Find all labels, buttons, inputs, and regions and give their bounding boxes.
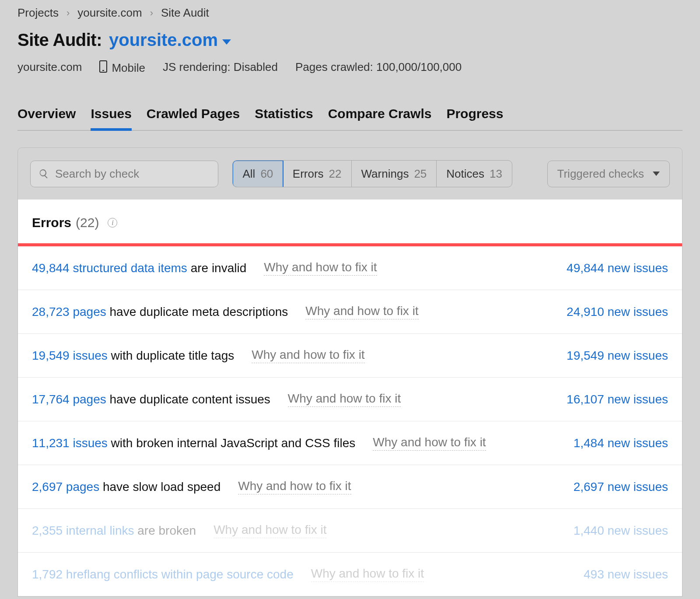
filter-all[interactable]: All 60 bbox=[232, 160, 284, 187]
issue-text: with duplicate title tags bbox=[108, 349, 234, 362]
issue-text: are invalid bbox=[187, 261, 246, 275]
new-issues-link[interactable]: 2,697 new issues bbox=[574, 480, 668, 494]
why-and-how-to-fix[interactable]: Why and how to fix it bbox=[238, 479, 351, 494]
meta-js-rendering: JS rendering: Disabled bbox=[163, 60, 278, 74]
section-title: Errors bbox=[32, 215, 71, 230]
issue-count-link[interactable]: 1,792 hreflang conflicts within page sou… bbox=[32, 567, 294, 581]
meta-line: yoursite.com Mobile JS rendering: Disabl… bbox=[18, 60, 682, 75]
tab-overview[interactable]: Overview bbox=[18, 106, 76, 130]
section-count: (22) bbox=[76, 215, 99, 230]
triggered-checks-dropdown[interactable]: Triggered checks bbox=[547, 161, 670, 187]
issue-row[interactable]: 28,723 pages have duplicate meta descrip… bbox=[18, 290, 682, 334]
filter-errors[interactable]: Errors 22 bbox=[283, 161, 352, 187]
site-selector[interactable]: yoursite.com bbox=[109, 30, 231, 50]
issue-row[interactable]: 11,231 issues with broken internal JavaS… bbox=[18, 421, 682, 465]
mobile-icon bbox=[99, 60, 107, 73]
meta-pages-crawled: Pages crawled: 100,000/100,000 bbox=[295, 60, 462, 74]
issue-text: have duplicate content issues bbox=[106, 392, 270, 406]
issue-text: have slow load speed bbox=[99, 480, 220, 494]
new-issues-link[interactable]: 49,844 new issues bbox=[567, 261, 668, 275]
issue-count-link[interactable]: 2,355 internal links bbox=[32, 524, 134, 537]
issue-text: have duplicate meta descriptions bbox=[106, 305, 288, 319]
tab-progress[interactable]: Progress bbox=[446, 106, 503, 130]
issue-row[interactable]: 49,844 structured data items are invalid… bbox=[18, 246, 682, 290]
issue-row[interactable]: 2,355 internal links are brokenWhy and h… bbox=[18, 509, 682, 553]
why-and-how-to-fix[interactable]: Why and how to fix it bbox=[305, 304, 418, 319]
breadcrumb-current: Site Audit bbox=[161, 6, 209, 20]
filter-warnings[interactable]: Warnings 25 bbox=[352, 161, 437, 187]
chevron-right-icon: › bbox=[150, 7, 153, 19]
errors-section: Errors (22) i 49,844 structured data ite… bbox=[18, 200, 682, 596]
issue-row[interactable]: 2,697 pages have slow load speedWhy and … bbox=[18, 465, 682, 509]
new-issues-link[interactable]: 1,440 new issues bbox=[574, 524, 668, 538]
why-and-how-to-fix[interactable]: Why and how to fix it bbox=[373, 435, 486, 451]
meta-device: Mobile bbox=[99, 60, 145, 75]
meta-domain: yoursite.com bbox=[18, 60, 82, 74]
issue-count-link[interactable]: 19,549 issues bbox=[32, 349, 108, 362]
issue-row[interactable]: 17,764 pages have duplicate content issu… bbox=[18, 378, 682, 421]
filter-notices[interactable]: Notices 13 bbox=[437, 161, 512, 187]
info-icon[interactable]: i bbox=[108, 218, 117, 228]
why-and-how-to-fix[interactable]: Why and how to fix it bbox=[264, 260, 377, 276]
tab-issues[interactable]: Issues bbox=[91, 106, 131, 130]
issue-count-link[interactable]: 17,764 pages bbox=[32, 392, 106, 406]
why-and-how-to-fix[interactable]: Why and how to fix it bbox=[311, 567, 424, 582]
issue-text: are broken bbox=[134, 524, 196, 537]
chevron-right-icon: › bbox=[66, 7, 70, 19]
page-title: Site Audit: bbox=[18, 30, 102, 50]
search-placeholder: Search by check bbox=[55, 167, 139, 181]
new-issues-link[interactable]: 24,910 new issues bbox=[567, 305, 668, 319]
breadcrumb-site[interactable]: yoursite.com bbox=[77, 6, 142, 20]
issue-count-link[interactable]: 2,697 pages bbox=[32, 480, 99, 494]
breadcrumb: Projects › yoursite.com › Site Audit bbox=[18, 0, 682, 20]
issue-count-link[interactable]: 49,844 structured data items bbox=[32, 261, 187, 275]
breadcrumb-projects[interactable]: Projects bbox=[18, 6, 59, 20]
search-icon bbox=[38, 168, 49, 179]
filter-segmented: All 60 Errors 22 Warnings 25 Notices 13 bbox=[232, 160, 512, 187]
tabs: Overview Issues Crawled Pages Statistics… bbox=[18, 106, 682, 131]
tab-statistics[interactable]: Statistics bbox=[255, 106, 313, 130]
chevron-down-icon bbox=[222, 39, 231, 45]
chevron-down-icon bbox=[653, 172, 660, 176]
issue-count-link[interactable]: 11,231 issues bbox=[32, 436, 108, 450]
issues-panel: Search by check All 60 Errors 22 Warning… bbox=[18, 147, 682, 597]
issue-row[interactable]: 19,549 issues with duplicate title tagsW… bbox=[18, 334, 682, 378]
new-issues-link[interactable]: 19,549 new issues bbox=[567, 349, 668, 363]
why-and-how-to-fix[interactable]: Why and how to fix it bbox=[252, 348, 364, 363]
tab-crawled-pages[interactable]: Crawled Pages bbox=[147, 106, 240, 130]
site-selector-label: yoursite.com bbox=[109, 30, 218, 50]
issue-row[interactable]: 1,792 hreflang conflicts within page sou… bbox=[18, 553, 682, 596]
section-accent-bar bbox=[18, 243, 682, 246]
new-issues-link[interactable]: 16,107 new issues bbox=[567, 392, 668, 406]
why-and-how-to-fix[interactable]: Why and how to fix it bbox=[214, 523, 326, 538]
new-issues-link[interactable]: 1,484 new issues bbox=[574, 436, 668, 450]
why-and-how-to-fix[interactable]: Why and how to fix it bbox=[288, 392, 401, 407]
issue-count-link[interactable]: 28,723 pages bbox=[32, 305, 106, 319]
tab-compare-crawls[interactable]: Compare Crawls bbox=[328, 106, 432, 130]
new-issues-link[interactable]: 493 new issues bbox=[584, 567, 668, 581]
search-input[interactable]: Search by check bbox=[30, 161, 218, 187]
issue-text: with broken internal JavaScript and CSS … bbox=[108, 436, 356, 450]
